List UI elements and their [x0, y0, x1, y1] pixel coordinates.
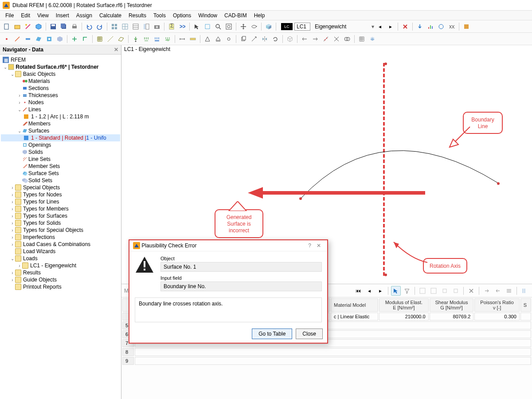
- ortho-icon[interactable]: [80, 34, 90, 44]
- mirror-icon[interactable]: [260, 34, 270, 44]
- tree-basic-objects[interactable]: ⌄Basic Objects: [1, 70, 120, 78]
- tree-surfacesets[interactable]: Surface Sets: [1, 170, 120, 177]
- pan-icon[interactable]: [239, 22, 248, 31]
- next-lc-icon[interactable]: ▸: [386, 22, 395, 31]
- tree-load-wizards[interactable]: Load Wizards: [1, 248, 120, 255]
- workplane-icon[interactable]: [116, 34, 126, 44]
- calc-icon[interactable]: Σ: [167, 22, 176, 31]
- tree-printout[interactable]: Printout Reports: [1, 283, 120, 290]
- menu-tools[interactable]: Tools: [150, 12, 169, 20]
- rotate-obj-icon[interactable]: [270, 34, 280, 44]
- nodal-load-icon[interactable]: [131, 34, 141, 44]
- extend-icon[interactable]: [310, 34, 320, 44]
- tree-line-1[interactable]: 1 - 1,2 | Arc | L : 2.118 m: [1, 113, 120, 120]
- view-tables-icon[interactable]: [131, 22, 141, 31]
- copy-icon[interactable]: [239, 34, 248, 44]
- tree-load-lc1[interactable]: ›LC1 - Eigengewicht: [1, 262, 120, 269]
- menu-insert[interactable]: Insert: [52, 12, 73, 20]
- tree-linesets[interactable]: Line Sets: [1, 156, 120, 163]
- guide-icon[interactable]: [106, 34, 115, 44]
- trim-icon[interactable]: [300, 34, 309, 44]
- table-add-row-icon[interactable]: [418, 286, 427, 296]
- clip-icon[interactable]: [462, 22, 471, 31]
- menu-help[interactable]: Help: [250, 12, 269, 20]
- tree-root[interactable]: ▦RFEM: [1, 56, 120, 63]
- camera-icon[interactable]: [152, 22, 162, 31]
- support2-icon[interactable]: [213, 34, 223, 44]
- tree-members[interactable]: Members: [1, 120, 120, 127]
- delete-icon[interactable]: [400, 22, 410, 31]
- table-select-mode-icon[interactable]: [391, 286, 401, 296]
- tree-surface-1[interactable]: 1 - Standard | Rotated | 1 - Unifo: [1, 134, 120, 141]
- tree-special[interactable]: ›Special Objects: [1, 184, 120, 191]
- area-load-icon[interactable]: [163, 34, 172, 44]
- member-icon[interactable]: [23, 34, 33, 44]
- table-next-icon[interactable]: ▸: [376, 286, 385, 296]
- table-paste-icon[interactable]: [451, 286, 461, 296]
- tree-solids[interactable]: Solids: [1, 149, 120, 156]
- tree-types-special[interactable]: ›Types for Special Objects: [1, 227, 120, 234]
- support-icon[interactable]: [203, 34, 212, 44]
- tree-surfaces[interactable]: ⌄Surfaces: [1, 127, 120, 134]
- tree-nodes[interactable]: ›Nodes: [1, 99, 120, 106]
- tree-thicknesses[interactable]: ›Thicknesses: [1, 92, 120, 99]
- show-results-icon[interactable]: [426, 22, 435, 31]
- select-rect-icon[interactable]: [203, 22, 212, 31]
- tree-sections[interactable]: Sections: [1, 85, 120, 92]
- prev-lc-icon[interactable]: ◂: [375, 22, 385, 31]
- tree-types-members[interactable]: ›Types for Members: [1, 205, 120, 212]
- redo-icon[interactable]: [95, 22, 105, 31]
- table-list-icon[interactable]: [504, 286, 514, 296]
- calc2-icon[interactable]: >>c: [177, 22, 187, 31]
- grid-h-g[interactable]: Shear Modulus G [N/mm²]: [430, 298, 474, 312]
- tree-imperfections[interactable]: ›Imperfections: [1, 234, 120, 241]
- model-icon[interactable]: [34, 22, 43, 31]
- wizard-icon[interactable]: [23, 22, 33, 31]
- layer-icon[interactable]: [368, 34, 377, 44]
- zoom-all-icon[interactable]: [224, 22, 234, 31]
- table-cols-icon[interactable]: [520, 286, 529, 296]
- view-nav-icon[interactable]: [141, 22, 151, 31]
- dimension-icon[interactable]: [177, 34, 187, 44]
- divide-icon[interactable]: [321, 34, 331, 44]
- rotate-icon[interactable]: [249, 22, 259, 31]
- table-row[interactable]: 9: [122, 357, 531, 365]
- table-copy-icon[interactable]: [440, 286, 450, 296]
- global-deform-icon[interactable]: [436, 22, 446, 31]
- save-all-icon[interactable]: [59, 22, 69, 31]
- table-x-icon[interactable]: [466, 286, 476, 296]
- table-del-row-icon[interactable]: [429, 286, 438, 296]
- grid-icon[interactable]: [110, 22, 119, 31]
- viewport[interactable]: LC1 - Eigengewicht Generated Surface is …: [121, 45, 532, 399]
- grid-h-nu[interactable]: Poisson's Ratio ν [-]: [474, 298, 519, 312]
- grid-h-model[interactable]: Material Model: [331, 298, 378, 312]
- tree-materials[interactable]: Materials: [1, 78, 120, 85]
- mesh-icon[interactable]: [357, 34, 367, 44]
- tree-openings[interactable]: Openings: [1, 141, 120, 149]
- table-filter-icon[interactable]: [402, 286, 412, 296]
- tree-types-surfaces[interactable]: ›Types for Surfaces: [1, 212, 120, 219]
- dialog-help-icon[interactable]: ?: [305, 243, 314, 249]
- tree-lines[interactable]: ⌄Lines: [1, 106, 120, 113]
- box-icon[interactable]: [285, 34, 295, 44]
- menu-results[interactable]: Results: [125, 12, 150, 20]
- move-icon[interactable]: [249, 34, 259, 44]
- new-icon[interactable]: [2, 22, 12, 31]
- node-icon[interactable]: [2, 34, 12, 44]
- save-icon[interactable]: [48, 22, 58, 31]
- menu-window[interactable]: Window: [195, 12, 221, 20]
- undo-icon[interactable]: [84, 22, 94, 31]
- member-load-icon[interactable]: [152, 34, 162, 44]
- snap-icon[interactable]: [70, 34, 79, 44]
- tree-types-nodes[interactable]: ›Types for Nodes: [1, 191, 120, 198]
- table-prev-icon[interactable]: ◂: [364, 286, 374, 296]
- load-case-selector[interactable]: LC LC1 Eigengewicht ▾: [281, 23, 374, 31]
- grid2-icon[interactable]: [120, 22, 130, 31]
- isometric-icon[interactable]: [264, 22, 274, 31]
- menu-options[interactable]: Options: [169, 12, 195, 20]
- menu-file[interactable]: File: [2, 12, 17, 20]
- open-icon[interactable]: [12, 22, 22, 31]
- goto-table-button[interactable]: Go to Table: [252, 329, 292, 339]
- zoom-icon[interactable]: [213, 22, 223, 31]
- tree-types-lines[interactable]: ›Types for Lines: [1, 198, 120, 205]
